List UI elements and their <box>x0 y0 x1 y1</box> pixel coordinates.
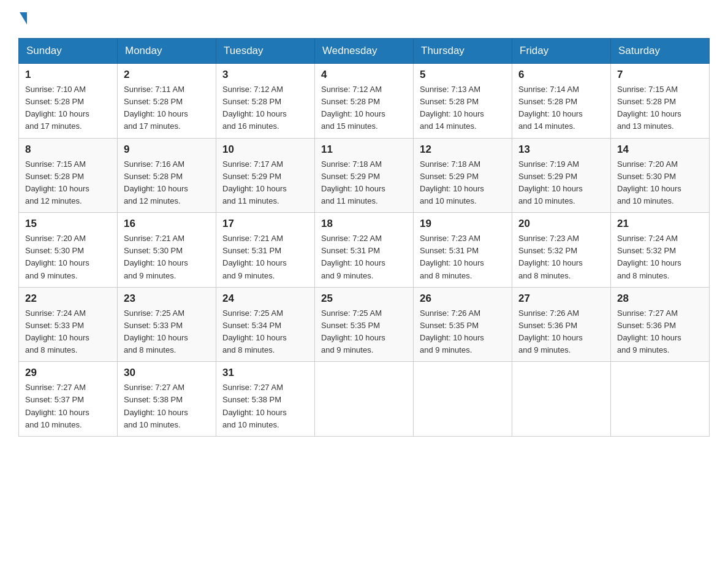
calendar-cell: 26 Sunrise: 7:26 AM Sunset: 5:35 PM Dayl… <box>414 287 512 362</box>
day-number: 24 <box>222 293 308 305</box>
calendar-cell: 3 Sunrise: 7:12 AM Sunset: 5:28 PM Dayli… <box>216 64 315 139</box>
day-number: 17 <box>222 218 308 230</box>
day-info: Sunrise: 7:25 AM Sunset: 5:34 PM Dayligh… <box>222 307 308 357</box>
weekday-header-thursday: Thursday <box>414 39 512 64</box>
day-info: Sunrise: 7:21 AM Sunset: 5:30 PM Dayligh… <box>124 232 210 282</box>
day-number: 20 <box>518 218 604 230</box>
calendar-cell <box>512 362 611 437</box>
day-info: Sunrise: 7:23 AM Sunset: 5:32 PM Dayligh… <box>518 232 604 282</box>
day-info: Sunrise: 7:21 AM Sunset: 5:31 PM Dayligh… <box>222 232 308 282</box>
weekday-header-wednesday: Wednesday <box>315 39 414 64</box>
day-info: Sunrise: 7:23 AM Sunset: 5:31 PM Dayligh… <box>420 232 506 282</box>
day-info: Sunrise: 7:26 AM Sunset: 5:36 PM Dayligh… <box>518 307 604 357</box>
day-info: Sunrise: 7:19 AM Sunset: 5:29 PM Dayligh… <box>518 158 604 208</box>
day-number: 25 <box>321 293 407 305</box>
calendar-cell: 15 Sunrise: 7:20 AM Sunset: 5:30 PM Dayl… <box>19 213 118 288</box>
day-number: 1 <box>25 69 111 81</box>
day-number: 7 <box>617 69 703 81</box>
day-info: Sunrise: 7:27 AM Sunset: 5:38 PM Dayligh… <box>222 381 308 431</box>
logo-triangle-icon <box>20 12 27 25</box>
weekday-header-sunday: Sunday <box>19 39 118 64</box>
day-number: 8 <box>25 144 111 156</box>
day-number: 3 <box>222 69 308 81</box>
calendar-cell: 6 Sunrise: 7:14 AM Sunset: 5:28 PM Dayli… <box>512 64 611 139</box>
day-info: Sunrise: 7:12 AM Sunset: 5:28 PM Dayligh… <box>222 83 308 133</box>
week-row-1: 1 Sunrise: 7:10 AM Sunset: 5:28 PM Dayli… <box>19 64 710 139</box>
day-info: Sunrise: 7:25 AM Sunset: 5:33 PM Dayligh… <box>124 307 210 357</box>
day-number: 31 <box>222 367 308 379</box>
day-number: 9 <box>124 144 210 156</box>
day-info: Sunrise: 7:14 AM Sunset: 5:28 PM Dayligh… <box>518 83 604 133</box>
day-info: Sunrise: 7:25 AM Sunset: 5:35 PM Dayligh… <box>321 307 407 357</box>
calendar-cell: 31 Sunrise: 7:27 AM Sunset: 5:38 PM Dayl… <box>216 362 315 437</box>
calendar-cell: 22 Sunrise: 7:24 AM Sunset: 5:33 PM Dayl… <box>19 287 118 362</box>
calendar-cell: 17 Sunrise: 7:21 AM Sunset: 5:31 PM Dayl… <box>216 213 315 288</box>
day-info: Sunrise: 7:24 AM Sunset: 5:32 PM Dayligh… <box>617 232 703 282</box>
calendar-cell: 18 Sunrise: 7:22 AM Sunset: 5:31 PM Dayl… <box>315 213 414 288</box>
week-row-3: 15 Sunrise: 7:20 AM Sunset: 5:30 PM Dayl… <box>19 213 710 288</box>
weekday-header-friday: Friday <box>512 39 611 64</box>
page-header <box>18 12 710 26</box>
calendar-cell: 16 Sunrise: 7:21 AM Sunset: 5:30 PM Dayl… <box>118 213 216 288</box>
calendar-cell: 28 Sunrise: 7:27 AM Sunset: 5:36 PM Dayl… <box>611 287 710 362</box>
calendar-cell: 8 Sunrise: 7:15 AM Sunset: 5:28 PM Dayli… <box>19 138 118 213</box>
day-info: Sunrise: 7:18 AM Sunset: 5:29 PM Dayligh… <box>321 158 407 208</box>
day-number: 21 <box>617 218 703 230</box>
day-number: 19 <box>420 218 506 230</box>
day-info: Sunrise: 7:22 AM Sunset: 5:31 PM Dayligh… <box>321 232 407 282</box>
day-number: 22 <box>25 293 111 305</box>
calendar-cell: 29 Sunrise: 7:27 AM Sunset: 5:37 PM Dayl… <box>19 362 118 437</box>
day-info: Sunrise: 7:27 AM Sunset: 5:37 PM Dayligh… <box>25 381 111 431</box>
day-info: Sunrise: 7:11 AM Sunset: 5:28 PM Dayligh… <box>124 83 210 133</box>
day-number: 23 <box>124 293 210 305</box>
calendar-cell: 25 Sunrise: 7:25 AM Sunset: 5:35 PM Dayl… <box>315 287 414 362</box>
week-row-4: 22 Sunrise: 7:24 AM Sunset: 5:33 PM Dayl… <box>19 287 710 362</box>
calendar-cell: 10 Sunrise: 7:17 AM Sunset: 5:29 PM Dayl… <box>216 138 315 213</box>
calendar-cell: 5 Sunrise: 7:13 AM Sunset: 5:28 PM Dayli… <box>414 64 512 139</box>
day-number: 29 <box>25 367 111 379</box>
day-number: 2 <box>124 69 210 81</box>
calendar-cell: 13 Sunrise: 7:19 AM Sunset: 5:29 PM Dayl… <box>512 138 611 213</box>
calendar-cell <box>611 362 710 437</box>
calendar-cell: 14 Sunrise: 7:20 AM Sunset: 5:30 PM Dayl… <box>611 138 710 213</box>
day-info: Sunrise: 7:12 AM Sunset: 5:28 PM Dayligh… <box>321 83 407 133</box>
day-number: 18 <box>321 218 407 230</box>
day-info: Sunrise: 7:18 AM Sunset: 5:29 PM Dayligh… <box>420 158 506 208</box>
day-info: Sunrise: 7:16 AM Sunset: 5:28 PM Dayligh… <box>124 158 210 208</box>
weekday-header-tuesday: Tuesday <box>216 39 315 64</box>
day-number: 6 <box>518 69 604 81</box>
day-info: Sunrise: 7:20 AM Sunset: 5:30 PM Dayligh… <box>617 158 703 208</box>
calendar-cell <box>414 362 512 437</box>
day-number: 15 <box>25 218 111 230</box>
day-number: 13 <box>518 144 604 156</box>
day-number: 26 <box>420 293 506 305</box>
calendar-cell: 19 Sunrise: 7:23 AM Sunset: 5:31 PM Dayl… <box>414 213 512 288</box>
calendar-cell: 20 Sunrise: 7:23 AM Sunset: 5:32 PM Dayl… <box>512 213 611 288</box>
calendar-cell: 9 Sunrise: 7:16 AM Sunset: 5:28 PM Dayli… <box>118 138 216 213</box>
day-info: Sunrise: 7:17 AM Sunset: 5:29 PM Dayligh… <box>222 158 308 208</box>
day-number: 27 <box>518 293 604 305</box>
day-info: Sunrise: 7:27 AM Sunset: 5:36 PM Dayligh… <box>617 307 703 357</box>
calendar-cell: 7 Sunrise: 7:15 AM Sunset: 5:28 PM Dayli… <box>611 64 710 139</box>
calendar-cell: 2 Sunrise: 7:11 AM Sunset: 5:28 PM Dayli… <box>118 64 216 139</box>
week-row-2: 8 Sunrise: 7:15 AM Sunset: 5:28 PM Dayli… <box>19 138 710 213</box>
logo <box>18 12 27 26</box>
day-info: Sunrise: 7:13 AM Sunset: 5:28 PM Dayligh… <box>420 83 506 133</box>
day-number: 12 <box>420 144 506 156</box>
day-info: Sunrise: 7:15 AM Sunset: 5:28 PM Dayligh… <box>25 158 111 208</box>
weekday-header-row: SundayMondayTuesdayWednesdayThursdayFrid… <box>19 39 710 64</box>
day-info: Sunrise: 7:20 AM Sunset: 5:30 PM Dayligh… <box>25 232 111 282</box>
calendar-cell: 23 Sunrise: 7:25 AM Sunset: 5:33 PM Dayl… <box>118 287 216 362</box>
day-number: 16 <box>124 218 210 230</box>
calendar-cell: 12 Sunrise: 7:18 AM Sunset: 5:29 PM Dayl… <box>414 138 512 213</box>
week-row-5: 29 Sunrise: 7:27 AM Sunset: 5:37 PM Dayl… <box>19 362 710 437</box>
weekday-header-monday: Monday <box>118 39 216 64</box>
calendar-cell: 1 Sunrise: 7:10 AM Sunset: 5:28 PM Dayli… <box>19 64 118 139</box>
day-info: Sunrise: 7:27 AM Sunset: 5:38 PM Dayligh… <box>124 381 210 431</box>
calendar-cell: 27 Sunrise: 7:26 AM Sunset: 5:36 PM Dayl… <box>512 287 611 362</box>
calendar-table: SundayMondayTuesdayWednesdayThursdayFrid… <box>18 38 710 437</box>
weekday-header-saturday: Saturday <box>611 39 710 64</box>
calendar-cell: 4 Sunrise: 7:12 AM Sunset: 5:28 PM Dayli… <box>315 64 414 139</box>
day-number: 5 <box>420 69 506 81</box>
day-info: Sunrise: 7:26 AM Sunset: 5:35 PM Dayligh… <box>420 307 506 357</box>
